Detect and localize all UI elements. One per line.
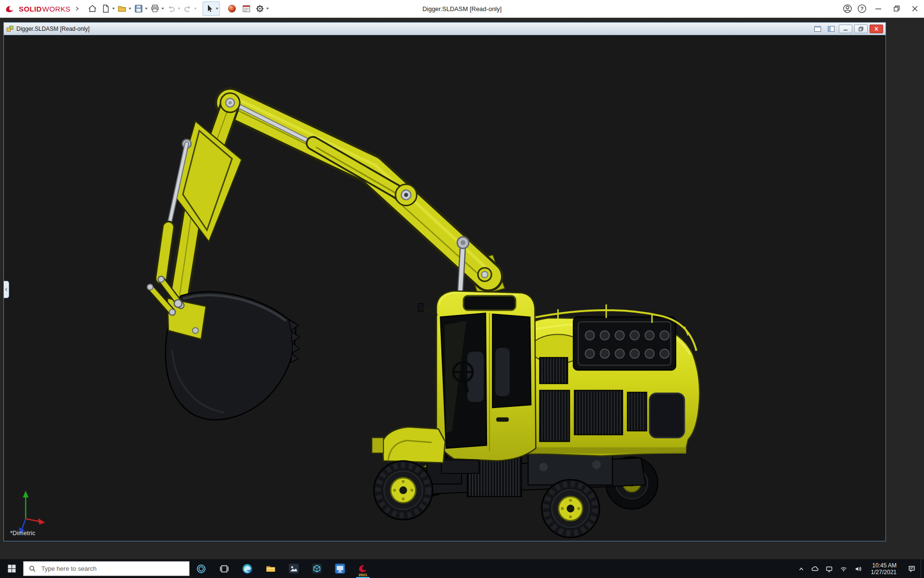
application-titlebar[interactable]: SOLID WORKS — [0, 0, 924, 18]
brand-text-light: WORKS — [42, 5, 71, 13]
dropdown-caret-icon[interactable] — [194, 8, 197, 10]
appearance-button[interactable] — [225, 1, 239, 16]
show-desktop-button[interactable] — [921, 559, 924, 578]
collapsed-panel-tab[interactable] — [4, 281, 9, 298]
window-panes-icon — [814, 26, 821, 32]
account-person-icon — [842, 3, 853, 14]
restore-icon — [891, 3, 902, 14]
display-icon — [825, 565, 833, 573]
mdi-client-area: Digger.SLDASM [Read-only] — [0, 18, 924, 559]
help-button[interactable]: ? — [855, 1, 869, 16]
minimize-icon — [842, 26, 849, 32]
excavator-model[interactable] — [4, 35, 886, 541]
start-button[interactable] — [0, 559, 23, 578]
open-folder-icon — [117, 3, 128, 14]
undo-button[interactable] — [165, 1, 181, 16]
open-button[interactable] — [116, 1, 132, 16]
front-fender[interactable] — [372, 427, 445, 463]
tray-volume-button[interactable] — [851, 559, 865, 578]
save-button[interactable] — [132, 1, 149, 16]
taskbar-clock[interactable]: 10:45 AM 1/27/2021 — [865, 559, 902, 578]
wheel-front-outer[interactable] — [374, 461, 433, 520]
search-icon — [29, 565, 36, 573]
solidworks-brand: SOLID WORKS — [0, 4, 74, 13]
tray-network-button[interactable] — [836, 559, 851, 578]
mini-window-icon-1[interactable] — [812, 25, 823, 33]
menu-expand-arrow[interactable] — [74, 5, 80, 12]
dropdown-caret-icon[interactable] — [145, 8, 148, 10]
cortana-icon — [196, 564, 206, 574]
close-button[interactable] — [906, 0, 924, 17]
doc-restore-button[interactable] — [854, 25, 868, 33]
document-titlebar[interactable]: Digger.SLDASM [Read-only] — [4, 23, 886, 35]
brand-text-bold: SOLID — [19, 5, 42, 13]
close-icon — [873, 26, 880, 32]
tray-cloud-button[interactable] — [808, 559, 822, 578]
cloud-icon — [811, 565, 819, 573]
solidworks-year-badge: 2021 — [358, 573, 368, 577]
wheel-rear-outer[interactable] — [541, 480, 599, 538]
assembly-document-icon — [6, 25, 14, 33]
dropdown-caret-icon[interactable] — [161, 8, 164, 10]
view-orientation-label: *Dimetric — [10, 530, 36, 537]
cad-viewer-app-button[interactable] — [305, 559, 328, 578]
redo-button[interactable] — [181, 1, 198, 16]
restore-button[interactable] — [887, 0, 906, 17]
dropdown-caret-icon[interactable] — [266, 8, 269, 10]
doc-minimize-button[interactable] — [839, 25, 852, 33]
dropdown-caret-icon[interactable] — [112, 8, 115, 10]
hidden-icons-button[interactable] — [795, 559, 808, 578]
solidworks-app-button[interactable]: 2021 — [351, 559, 374, 578]
wifi-icon — [840, 565, 847, 573]
search-input[interactable] — [40, 565, 184, 573]
dropdown-caret-icon[interactable] — [128, 8, 131, 10]
mini-window-icon-2[interactable] — [825, 25, 837, 33]
windows-logo-icon — [7, 564, 17, 574]
doc-close-button[interactable] — [870, 25, 883, 33]
redo-icon — [182, 3, 193, 14]
new-document-icon — [101, 3, 111, 14]
clock-time: 10:45 AM — [872, 562, 897, 569]
home-icon — [87, 3, 98, 14]
image-app-icon — [288, 563, 300, 575]
boom-arm[interactable] — [161, 93, 505, 303]
print-button[interactable] — [149, 1, 165, 16]
chevron-right-icon — [75, 6, 79, 11]
chevron-left-icon — [5, 288, 8, 291]
taskbar-search[interactable] — [23, 561, 190, 576]
gear-icon — [255, 3, 265, 14]
options-button[interactable] — [254, 1, 270, 16]
dropdown-caret-icon[interactable] — [216, 8, 218, 10]
properties-card-button[interactable] — [239, 1, 254, 16]
graphics-viewport[interactable]: *Dimetric — [4, 35, 886, 541]
task-view-button[interactable] — [213, 559, 236, 578]
new-document-button[interactable] — [100, 1, 116, 16]
screenshot-app-button[interactable] — [282, 559, 305, 578]
cursor-select-icon — [204, 3, 215, 14]
speaker-icon — [854, 565, 862, 573]
tray-display-button[interactable] — [822, 559, 836, 578]
help-icon: ? — [857, 3, 867, 14]
dropdown-caret-icon[interactable] — [178, 8, 180, 10]
chevron-up-icon — [797, 565, 805, 573]
minimize-button[interactable] — [869, 0, 887, 17]
account-button[interactable] — [840, 1, 855, 16]
blue-window-icon — [334, 563, 346, 575]
screen: SOLID WORKS — [0, 0, 924, 578]
home-button[interactable] — [85, 1, 100, 16]
svg-text:?: ? — [860, 6, 864, 12]
action-center-button[interactable] — [902, 559, 921, 578]
file-explorer-button[interactable] — [259, 559, 282, 578]
task-view-icon — [219, 564, 230, 574]
restore-icon — [858, 26, 864, 32]
document-title: Digger.SLDASM [Read-only] — [16, 26, 90, 32]
appearance-sphere-icon — [227, 3, 237, 14]
select-tool-button[interactable] — [203, 1, 220, 16]
edge-button[interactable] — [236, 559, 259, 578]
edge-browser-icon — [242, 563, 253, 575]
window-app-button[interactable] — [328, 559, 351, 578]
taskbar: 2021 — [0, 559, 924, 578]
cortana-button[interactable] — [190, 559, 213, 578]
save-icon — [133, 3, 144, 14]
engine-housing[interactable] — [522, 304, 699, 456]
